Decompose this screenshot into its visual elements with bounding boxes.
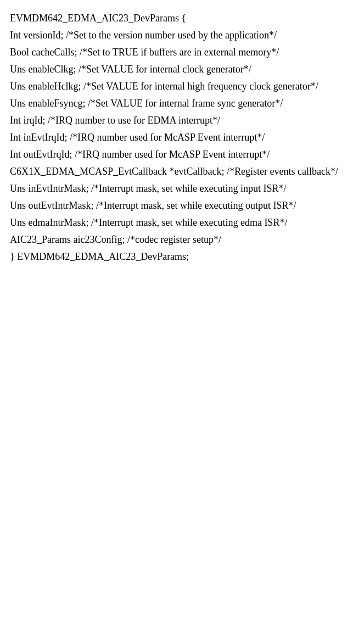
- main-content: EVMDM642_EDMA_AIC23_DevParams { Int vers…: [10, 11, 354, 264]
- text-p12: Uns outEvtIntrMask; /*Interrupt mask, se…: [10, 200, 296, 211]
- paragraph-8: Int inEvtIrqId; /*IRQ number used for Mc…: [10, 130, 354, 145]
- text-p4: Uns enableClkg; /*Set VALUE for internal…: [10, 64, 251, 75]
- text-p10: C6X1X_EDMA_MCASP_EvtCallback *evtCallbac…: [10, 166, 338, 177]
- text-p6: Uns enableFsyncg; /*Set VALUE for intern…: [10, 98, 283, 109]
- text-p15: } EVMDM642_EDMA_AIC23_DevParams;: [10, 251, 189, 262]
- paragraph-7: Int irqId; /*IRQ number to use for EDMA …: [10, 113, 354, 128]
- text-p3: Bool cacheCalls; /*Set to TRUE if buffer…: [10, 47, 279, 58]
- paragraph-11: Uns inEvtIntrMask; /*Interrupt mask, set…: [10, 181, 354, 196]
- paragraph-2: Int versionId; /*Set to the version numb…: [10, 28, 354, 43]
- paragraph-10: C6X1X_EDMA_MCASP_EvtCallback *evtCallbac…: [10, 164, 354, 179]
- paragraph-6: Uns enableFsyncg; /*Set VALUE for intern…: [10, 96, 354, 111]
- paragraph-14: AIC23_Params aic23Config; /*codec regist…: [10, 232, 354, 247]
- paragraph-13: Uns edmaIntrMask; /*Interrupt mask, set …: [10, 215, 354, 230]
- paragraph-12: Uns outEvtIntrMask; /*Interrupt mask, se…: [10, 198, 354, 213]
- paragraph-1: EVMDM642_EDMA_AIC23_DevParams {: [10, 11, 354, 26]
- paragraph-9: Int outEvtIrqId; /*IRQ number used for M…: [10, 147, 354, 162]
- paragraph-3: Bool cacheCalls; /*Set to TRUE if buffer…: [10, 45, 354, 60]
- text-p11: Uns inEvtIntrMask; /*Interrupt mask, set…: [10, 183, 286, 194]
- text-p8: Int inEvtIrqId; /*IRQ number used for Mc…: [10, 132, 265, 143]
- text-p2: Int versionId; /*Set to the version numb…: [10, 30, 277, 41]
- paragraph-15: } EVMDM642_EDMA_AIC23_DevParams;: [10, 249, 354, 264]
- text-p9: Int outEvtIrqId; /*IRQ number used for M…: [10, 149, 270, 160]
- text-p1: EVMDM642_EDMA_AIC23_DevParams {: [10, 13, 186, 24]
- paragraph-5: Uns enableHclkg; /*Set VALUE for interna…: [10, 79, 354, 94]
- paragraph-4: Uns enableClkg; /*Set VALUE for internal…: [10, 62, 354, 77]
- text-p7: Int irqId; /*IRQ number to use for EDMA …: [10, 115, 220, 126]
- text-p14: AIC23_Params aic23Config; /*codec regist…: [10, 234, 221, 245]
- text-p13: Uns edmaIntrMask; /*Interrupt mask, set …: [10, 217, 287, 228]
- text-p5: Uns enableHclkg; /*Set VALUE for interna…: [10, 81, 318, 92]
